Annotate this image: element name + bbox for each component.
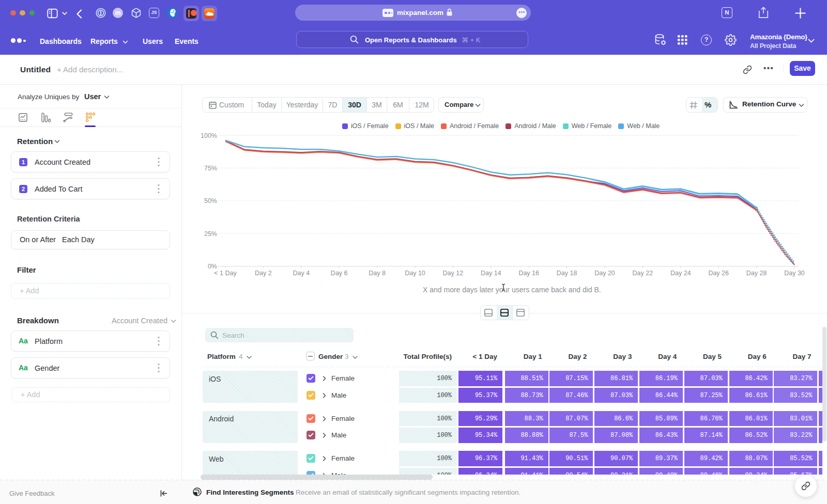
svg-text:Day 26: Day 26 [708,270,729,277]
svg-text:Day 2: Day 2 [255,270,272,277]
svg-text:Day 8: Day 8 [369,270,386,277]
svg-text:100%: 100% [201,132,217,139]
svg-text:75%: 75% [204,165,217,172]
svg-text:25%: 25% [204,230,217,238]
svg-text:Day 12: Day 12 [443,270,464,277]
svg-text:Day 30: Day 30 [784,270,805,277]
svg-text:Day 18: Day 18 [557,270,577,277]
svg-text:< 1 Day: < 1 Day [214,270,237,277]
svg-text:Day 24: Day 24 [670,270,691,277]
svg-text:Day 4: Day 4 [293,270,310,277]
svg-text:Day 6: Day 6 [331,270,348,277]
svg-text:0%: 0% [208,263,217,270]
svg-text:Day 14: Day 14 [481,270,501,277]
svg-text:50%: 50% [204,197,217,204]
svg-text:Day 16: Day 16 [518,270,539,277]
svg-text:Day 20: Day 20 [594,270,615,277]
svg-text:Day 22: Day 22 [633,270,653,277]
svg-text:Day 28: Day 28 [746,270,767,277]
svg-text:Day 10: Day 10 [405,270,425,277]
